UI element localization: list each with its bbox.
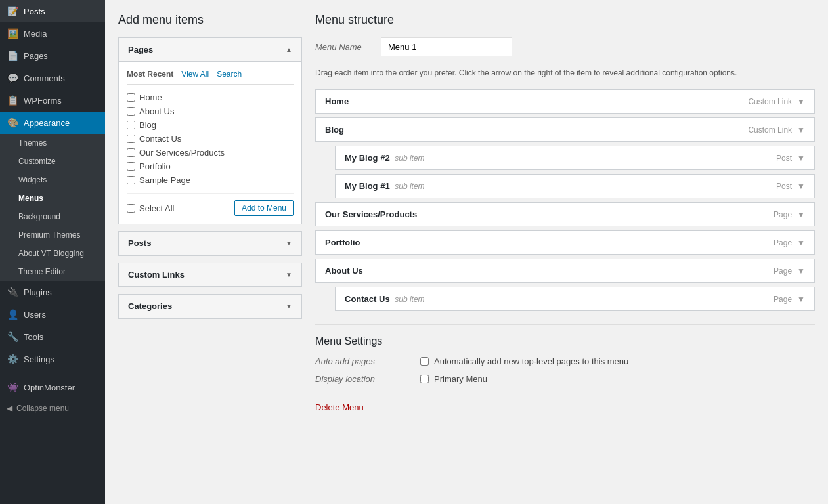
submenu-about-vt[interactable]: About VT Blogging <box>0 244 105 262</box>
sidebar-item-comments[interactable]: 💬 Comments <box>0 67 105 89</box>
optinmonster-icon: 👾 <box>7 381 18 393</box>
appearance-icon: 🎨 <box>7 117 18 129</box>
collapse-menu[interactable]: ◀ Collapse menu <box>0 398 105 418</box>
pages-accordion-label: Pages <box>128 45 153 54</box>
checkbox-home-input[interactable] <box>127 93 135 102</box>
checkbox-contact-us[interactable]: Contact Us <box>127 134 294 144</box>
pages-icon: 📄 <box>7 50 18 62</box>
plugins-icon: 🔌 <box>7 286 18 298</box>
add-menu-panel: Add menu items Pages ▲ Most Recent View … <box>118 13 302 326</box>
custom-links-accordion: Custom Links ▼ <box>118 262 302 287</box>
sidebar-item-appearance[interactable]: 🎨 Appearance <box>0 112 105 134</box>
menu-name-row: Menu Name <box>315 37 815 56</box>
sidebar-item-tools[interactable]: 🔧 Tools <box>0 326 105 348</box>
sidebar-item-wpforms[interactable]: 📋 WPForms <box>0 89 105 112</box>
pages-checkbox-list: Home About Us Blog Contact Us <box>127 93 294 185</box>
menu-item-portfolio[interactable]: Portfolio Page ▼ <box>315 230 815 255</box>
pages-tabs: Most Recent View All Search <box>127 70 294 85</box>
tab-view-all[interactable]: View All <box>181 70 209 79</box>
sidebar-item-posts[interactable]: 📝 Posts <box>0 0 105 22</box>
checkbox-home[interactable]: Home <box>127 93 294 102</box>
menu-item-my-blog-1-arrow[interactable]: ▼ <box>797 182 805 191</box>
users-icon: 👤 <box>7 308 18 320</box>
tools-icon: 🔧 <box>7 331 18 343</box>
menu-structure-panel: Menu structure Menu Name Drag each item … <box>315 13 815 412</box>
add-menu-title: Add menu items <box>118 13 302 27</box>
menu-name-input[interactable] <box>381 37 512 56</box>
menu-item-home-arrow[interactable]: ▼ <box>797 97 805 106</box>
settings-icon: ⚙️ <box>7 353 18 365</box>
sidebar-item-media[interactable]: 🖼️ Media <box>0 22 105 45</box>
sidebar-item-pages[interactable]: 📄 Pages <box>0 45 105 67</box>
submenu-customize[interactable]: Customize <box>0 152 105 171</box>
sidebar-divider <box>0 373 105 373</box>
menu-item-contact-us-arrow[interactable]: ▼ <box>797 295 805 304</box>
comments-icon: 💬 <box>7 72 18 84</box>
categories-accordion-header[interactable]: Categories ▼ <box>119 295 301 318</box>
select-all-label[interactable]: Select All <box>127 203 174 213</box>
display-location-label: Display location <box>315 374 420 384</box>
sidebar: 📝 Posts 🖼️ Media 📄 Pages 💬 Comments 📋 WP… <box>0 0 105 504</box>
checkbox-portfolio[interactable]: Portfolio <box>127 161 294 171</box>
menu-item-our-services[interactable]: Our Services/Products Page ▼ <box>315 202 815 226</box>
submenu-widgets[interactable]: Widgets <box>0 171 105 189</box>
tab-most-recent[interactable]: Most Recent <box>127 70 173 79</box>
posts-icon: 📝 <box>7 5 18 17</box>
categories-chevron-icon: ▼ <box>286 303 292 310</box>
posts-accordion-label: Posts <box>128 238 151 248</box>
pages-accordion: Pages ▲ Most Recent View All Search Home <box>118 37 302 224</box>
custom-links-accordion-header[interactable]: Custom Links ▼ <box>119 263 301 287</box>
categories-accordion-label: Categories <box>128 301 172 311</box>
menu-settings-title: Menu Settings <box>315 335 815 347</box>
sidebar-item-users[interactable]: 👤 Users <box>0 303 105 326</box>
menu-item-our-services-arrow[interactable]: ▼ <box>797 210 805 219</box>
submenu-premium-themes[interactable]: Premium Themes <box>0 226 105 244</box>
primary-menu-checkbox[interactable] <box>420 375 429 383</box>
submenu-themes[interactable]: Themes <box>0 134 105 152</box>
checkbox-blog[interactable]: Blog <box>127 120 294 130</box>
sidebar-item-plugins[interactable]: 🔌 Plugins <box>0 281 105 303</box>
pages-accordion-header[interactable]: Pages ▲ <box>119 38 301 62</box>
menu-item-my-blog-2[interactable]: My Blog #2 sub item Post ▼ <box>335 146 815 170</box>
menu-item-about-us-arrow[interactable]: ▼ <box>797 266 805 276</box>
menu-item-portfolio-arrow[interactable]: ▼ <box>797 238 805 247</box>
checkbox-about-us-input[interactable] <box>127 107 135 116</box>
menu-item-blog[interactable]: Blog Custom Link ▼ <box>315 117 815 142</box>
checkbox-about-us[interactable]: About Us <box>127 106 294 116</box>
posts-accordion-header[interactable]: Posts ▼ <box>119 232 301 255</box>
select-all-row: Select All Add to Menu <box>127 193 294 216</box>
submenu-menus[interactable]: Menus <box>0 189 105 207</box>
checkbox-our-services[interactable]: Our Services/Products <box>127 148 294 158</box>
auto-add-checkbox[interactable] <box>420 357 429 366</box>
checkbox-blog-input[interactable] <box>127 121 135 129</box>
menu-items-list: Home Custom Link ▼ Blog Custom Link ▼ <box>315 89 815 311</box>
submenu-theme-editor[interactable]: Theme Editor <box>0 262 105 281</box>
custom-links-accordion-label: Custom Links <box>128 270 185 280</box>
add-to-menu-button[interactable]: Add to Menu <box>234 200 294 216</box>
checkbox-sample-page[interactable]: Sample Page <box>127 175 294 185</box>
checkbox-sample-page-input[interactable] <box>127 176 135 184</box>
sidebar-item-settings[interactable]: ⚙️ Settings <box>0 348 105 370</box>
menu-item-my-blog-1[interactable]: My Blog #1 sub item Post ▼ <box>335 174 815 198</box>
menu-item-blog-arrow[interactable]: ▼ <box>797 125 805 135</box>
wpforms-icon: 📋 <box>7 94 18 106</box>
drag-hint: Drag each item into the order you prefer… <box>315 67 815 79</box>
tab-search[interactable]: Search <box>217 70 242 79</box>
menu-item-my-blog-2-arrow[interactable]: ▼ <box>797 154 805 163</box>
menu-item-contact-us[interactable]: Contact Us sub item Page ▼ <box>335 287 815 311</box>
sidebar-item-optinmonster[interactable]: 👾 OptinMonster <box>0 376 105 398</box>
menu-item-home[interactable]: Home Custom Link ▼ <box>315 89 815 114</box>
submenu-background[interactable]: Background <box>0 207 105 226</box>
delete-menu-link[interactable]: Delete Menu <box>315 402 364 412</box>
display-location-row: Display location Primary Menu <box>315 374 815 384</box>
auto-add-label: Auto add pages <box>315 356 420 366</box>
pages-chevron-icon: ▲ <box>286 46 292 53</box>
appearance-submenu: Themes Customize Widgets Menus Backgroun… <box>0 134 105 281</box>
checkbox-contact-us-input[interactable] <box>127 135 135 143</box>
checkbox-our-services-input[interactable] <box>127 148 135 157</box>
checkbox-portfolio-input[interactable] <box>127 162 135 171</box>
content-area: Add menu items Pages ▲ Most Recent View … <box>105 0 828 504</box>
custom-links-chevron-icon: ▼ <box>286 271 292 278</box>
select-all-checkbox[interactable] <box>127 204 135 213</box>
menu-item-about-us[interactable]: About Us Page ▼ <box>315 259 815 283</box>
